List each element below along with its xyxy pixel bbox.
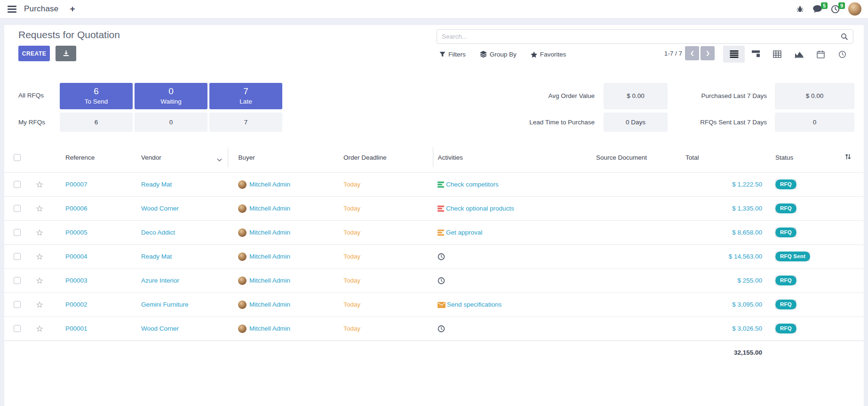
source-document-value [591, 268, 685, 292]
my-late-value[interactable]: 7 [209, 113, 282, 132]
vendor-link[interactable]: Azure Interior [141, 277, 179, 284]
kpi-card-waiting[interactable]: 0 Waiting [135, 83, 207, 109]
activity-clock-icon[interactable] [438, 253, 445, 260]
user-avatar[interactable] [848, 2, 861, 16]
vendor-link[interactable]: Ready Mat [141, 181, 172, 188]
reference-link[interactable]: P00004 [65, 253, 88, 260]
activity-tasks-icon[interactable] [438, 205, 445, 212]
row-checkbox[interactable] [14, 253, 21, 260]
vendor-link[interactable]: Gemini Furniture [141, 301, 189, 308]
buyer-link[interactable]: Mitchell Admin [249, 252, 290, 260]
control-buttons: CREATE [18, 46, 76, 61]
kpi-card-to-send[interactable]: 6 To Send [60, 83, 133, 109]
add-tab-button[interactable]: + [70, 4, 75, 14]
column-header-reference[interactable]: Reference [51, 147, 127, 167]
column-header-buyer[interactable]: Buyer [228, 147, 333, 167]
vendor-link[interactable]: Wood Corner [141, 205, 179, 212]
debug-bug-icon[interactable] [796, 5, 804, 13]
search-input[interactable] [442, 33, 841, 40]
my-to-send-value[interactable]: 6 [60, 113, 133, 132]
pivot-view-button[interactable] [766, 46, 788, 63]
favorites-button[interactable]: Favorites [531, 51, 566, 58]
vendor-link[interactable]: Deco Addict [141, 229, 175, 236]
buyer-link[interactable]: Mitchell Admin [249, 325, 290, 332]
group-by-button[interactable]: Group By [480, 51, 517, 58]
buyer-link[interactable]: Mitchell Admin [249, 180, 290, 187]
rfqs-sent-last-7-days-value: 0 [775, 113, 854, 132]
lead-time-label: Lead Time to Purchase [498, 119, 595, 126]
column-header-source-document[interactable]: Source Document [591, 147, 685, 167]
buyer-link[interactable]: Mitchell Admin [249, 300, 290, 308]
reference-link[interactable]: P00007 [65, 181, 88, 188]
activity-tasks-icon[interactable] [438, 181, 445, 188]
favorite-star-icon[interactable]: ☆ [36, 252, 43, 261]
row-checkbox[interactable] [14, 325, 21, 332]
activity-link[interactable]: Check competitors [446, 181, 499, 188]
buyer-link[interactable]: Mitchell Admin [249, 204, 290, 211]
reference-link[interactable]: P00002 [65, 301, 88, 308]
pivot-view-icon [773, 50, 781, 58]
kanban-view-button[interactable] [745, 46, 766, 63]
activity-link[interactable]: Get approval [446, 229, 482, 236]
column-header-activities[interactable]: Activities [433, 147, 591, 167]
graph-view-button[interactable] [788, 46, 810, 63]
favorite-star-icon[interactable]: ☆ [36, 180, 43, 189]
navbar-right: 5 9 [796, 2, 861, 16]
table-row[interactable]: ☆P00001Wood CornerMitchell AdminToday$ 3… [4, 317, 864, 341]
status-badge: RFQ [775, 203, 796, 213]
list-view-button[interactable] [723, 46, 745, 63]
reference-link[interactable]: P00006 [65, 205, 88, 212]
calendar-view-button[interactable] [810, 46, 831, 63]
activity-view-button[interactable] [831, 46, 853, 63]
pager-next-button[interactable] [701, 46, 715, 60]
app-name-menu[interactable]: Purchase [24, 4, 58, 14]
apps-menu-icon[interactable] [7, 5, 17, 14]
select-all-checkbox[interactable] [14, 154, 21, 161]
graph-view-icon [795, 51, 804, 58]
table-row[interactable]: ☆P00006Wood CornerMitchell AdminTodayChe… [4, 196, 864, 220]
reference-link[interactable]: P00003 [65, 277, 88, 284]
column-header-total[interactable]: Total [685, 147, 762, 167]
row-checkbox[interactable] [14, 301, 21, 308]
activity-link[interactable]: Check optional products [446, 205, 514, 212]
activity-tasks-icon[interactable] [438, 229, 445, 236]
column-header-vendor[interactable]: Vendor [127, 147, 228, 167]
vendor-link[interactable]: Ready Mat [141, 253, 172, 260]
kpi-card-late[interactable]: 7 Late [209, 83, 282, 109]
export-button[interactable] [56, 46, 76, 61]
activity-link[interactable]: Send specifications [447, 301, 502, 308]
buyer-link[interactable]: Mitchell Admin [249, 228, 290, 235]
messages-button[interactable]: 5 [812, 5, 822, 13]
favorite-star-icon[interactable]: ☆ [36, 228, 43, 237]
search-icon[interactable] [841, 33, 848, 41]
messages-count-badge: 5 [821, 2, 828, 9]
column-header-status[interactable]: Status [762, 147, 819, 167]
favorite-star-icon[interactable]: ☆ [36, 276, 43, 285]
table-row[interactable]: ☆P00003Azure InteriorMitchell AdminToday… [4, 268, 864, 292]
vendor-link[interactable]: Wood Corner [141, 325, 179, 332]
optional-columns-icon[interactable] [844, 153, 852, 160]
activity-clock-icon[interactable] [438, 277, 445, 284]
row-checkbox[interactable] [14, 277, 21, 284]
row-checkbox[interactable] [14, 229, 21, 236]
pager-previous-button[interactable] [685, 46, 699, 60]
create-button[interactable]: CREATE [18, 46, 50, 61]
activities-button[interactable]: 9 [831, 5, 840, 14]
row-checkbox[interactable] [14, 181, 21, 188]
favorite-star-icon[interactable]: ☆ [36, 324, 43, 333]
table-row[interactable]: ☆P00004Ready MatMitchell AdminToday$ 14,… [4, 244, 864, 268]
favorite-star-icon[interactable]: ☆ [36, 300, 43, 309]
activity-envelope-icon[interactable] [438, 302, 446, 308]
column-header-order-deadline[interactable]: Order Deadline [333, 147, 433, 167]
favorite-star-icon[interactable]: ☆ [36, 204, 43, 213]
filters-button[interactable]: Filters [439, 51, 466, 58]
table-row[interactable]: ☆P00007Ready MatMitchell AdminTodayCheck… [4, 172, 864, 196]
table-row[interactable]: ☆P00002Gemini FurnitureMitchell AdminTod… [4, 292, 864, 317]
buyer-link[interactable]: Mitchell Admin [249, 276, 290, 284]
my-waiting-value[interactable]: 0 [135, 113, 207, 132]
row-checkbox[interactable] [14, 205, 21, 212]
activity-clock-icon[interactable] [438, 325, 445, 333]
table-row[interactable]: ☆P00005Deco AddictMitchell AdminTodayGet… [4, 220, 864, 244]
reference-link[interactable]: P00005 [65, 229, 88, 236]
reference-link[interactable]: P00001 [65, 325, 88, 332]
